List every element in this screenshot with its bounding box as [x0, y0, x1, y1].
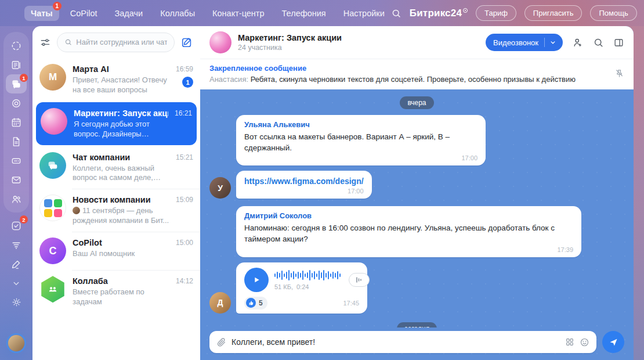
reaction-like[interactable]: 5: [244, 297, 267, 309]
play-button[interactable]: [244, 268, 269, 292]
nav-copilot[interactable]: CoPilot: [64, 6, 104, 21]
rail-profile-avatar[interactable]: [6, 333, 26, 353]
nav-chats[interactable]: Чаты1: [24, 6, 59, 21]
chat-title[interactable]: Маркетинг: Запуск акции: [238, 33, 479, 42]
add-member-icon[interactable]: [572, 37, 584, 48]
tasks-icon[interactable]: 2: [6, 216, 27, 235]
drive-icon[interactable]: [6, 151, 27, 170]
chat-list-panel: М Марта AI Привет, Анастасия! Отвечу на …: [32, 26, 200, 360]
apps-grid-icon[interactable]: [565, 337, 574, 347]
chat-list-item-copilot[interactable]: C CoPilot Ваш AI помощник 15:00: [32, 232, 200, 270]
messenger-window: М Марта AI Привет, Анастасия! Отвечу на …: [32, 26, 634, 360]
chat-search-icon[interactable]: [593, 37, 604, 48]
calendar-icon[interactable]: [6, 113, 27, 132]
nav-telephony[interactable]: Телефония: [276, 6, 332, 21]
pinned-author: Анастасия:: [209, 75, 248, 84]
send-button[interactable]: [602, 331, 624, 353]
chat-area: Маркетинг: Запуск акции 24 участника Вид…: [200, 26, 634, 360]
nav-collabs[interactable]: Коллабы: [154, 6, 201, 21]
chat-list-item-marketing[interactable]: Маркетинг: Запуск акции Я сегодня добью …: [36, 102, 197, 145]
avatar-dmitry[interactable]: Д: [209, 292, 231, 314]
message-composer: [200, 327, 634, 360]
side-panel-icon[interactable]: [613, 37, 624, 48]
chats-badge: 1: [53, 2, 61, 10]
date-divider-today: сегодня: [397, 322, 437, 327]
chat-search-input[interactable]: [76, 38, 167, 46]
main-nav: Чаты1 CoPilot Задачи Коллабы Конакт-цент…: [24, 6, 391, 21]
avatar-copilot: C: [39, 237, 66, 264]
message-input[interactable]: [231, 337, 560, 347]
emoji-icon[interactable]: [580, 337, 589, 347]
sign-pen-icon[interactable]: [6, 254, 27, 273]
thumbs-up-icon: [246, 298, 256, 308]
message-bubble[interactable]: Дмитрий Соколов Напоминаю: сегодня в 16:…: [236, 206, 581, 257]
messenger-badge: 1: [20, 74, 28, 82]
chat-list-item-news[interactable]: Новости компании 11 сентября — день рожд…: [32, 189, 200, 232]
search-icon: [64, 38, 72, 46]
chat-list-item-marta[interactable]: М Марта AI Привет, Анастасия! Отвечу на …: [32, 58, 200, 101]
tariff-button[interactable]: Тариф: [476, 5, 516, 21]
target-icon[interactable]: [6, 93, 27, 113]
unpin-icon[interactable]: [614, 69, 624, 78]
chat-search[interactable]: [57, 33, 175, 52]
date-divider-yesterday: вчера: [400, 96, 433, 109]
global-search-icon[interactable]: [391, 8, 401, 19]
message-history: вчера Ульяна Алькевич Вот ссылка на маке…: [200, 89, 634, 327]
attach-icon[interactable]: [216, 337, 226, 347]
video-call-button[interactable]: Видеозвонок: [486, 34, 563, 51]
pinned-text: Ребята, скинула черновики текстов для со…: [251, 75, 576, 84]
avatar-company-chat: [39, 152, 66, 179]
avatar-kollaba: [39, 276, 66, 303]
chat-members-count[interactable]: 24 участника: [238, 44, 479, 52]
logo-mark-icon: [463, 8, 468, 13]
avatar-company-news: [39, 195, 66, 221]
message-bubble-link[interactable]: https://www.figma.com/design/ 17:00: [236, 171, 372, 199]
left-icon-rail: 1 2: [0, 26, 32, 360]
tasks-badge: 2: [20, 215, 28, 224]
pinned-message-bar[interactable]: Закрепленное сообщение Анастасия: Ребята…: [200, 59, 634, 89]
unread-badge: 1: [182, 77, 193, 88]
message-author[interactable]: Дмитрий Соколов: [244, 211, 573, 220]
help-button[interactable]: Помощь: [590, 5, 636, 21]
message-author[interactable]: Ульяна Алькевич: [244, 120, 477, 129]
audio-waveform[interactable]: [274, 269, 343, 282]
invite-button[interactable]: Пригласить: [524, 5, 583, 21]
nav-tasks[interactable]: Задачи: [108, 6, 150, 21]
employees-icon[interactable]: [6, 189, 27, 208]
avatar-marketing: [41, 108, 67, 135]
chat-header: Маркетинг: Запуск акции 24 участника Вид…: [200, 26, 634, 59]
news-feed-icon[interactable]: [6, 55, 27, 74]
chevron-down-icon[interactable]: [6, 273, 27, 293]
figma-link[interactable]: https://www.figma.com/design/: [244, 177, 364, 186]
compose-icon[interactable]: [180, 36, 193, 49]
nav-contact-center[interactable]: Конакт-центр: [206, 6, 270, 21]
crm-funnel-icon[interactable]: [6, 235, 27, 254]
pulse-icon[interactable]: [6, 36, 27, 55]
document-icon[interactable]: [6, 132, 27, 151]
playback-speed-button[interactable]: [349, 273, 370, 287]
rail-settings-icon[interactable]: [6, 293, 27, 312]
messenger-icon[interactable]: 1: [6, 74, 27, 93]
chat-list-item-company[interactable]: Чат компании Коллеги, очень важный вопро…: [32, 146, 200, 189]
pinned-label[interactable]: Закрепленное сообщение: [209, 64, 607, 73]
top-navigation-bar: Чаты1 CoPilot Задачи Коллабы Конакт-цент…: [0, 0, 644, 26]
chat-list-item-kollaba[interactable]: Коллаба Вместе работаем по задачам 14:12: [32, 270, 200, 313]
preview-author-avatar: [73, 207, 80, 214]
chat-avatar[interactable]: [209, 31, 231, 53]
nav-settings[interactable]: Настройки: [337, 6, 391, 21]
avatar-ulyana[interactable]: У: [209, 177, 231, 199]
message-bubble[interactable]: Ульяна Алькевич Вот ссылка на макеты бан…: [236, 115, 486, 165]
avatar-marta: М: [39, 64, 66, 91]
chevron-down-icon: [549, 38, 557, 46]
voice-message-bubble[interactable]: 51 КБ,0:24 5 17:45: [236, 262, 367, 314]
bitrix24-logo: Битрикс24: [410, 8, 468, 19]
filter-icon[interactable]: [39, 37, 51, 48]
mail-icon[interactable]: [6, 170, 27, 189]
